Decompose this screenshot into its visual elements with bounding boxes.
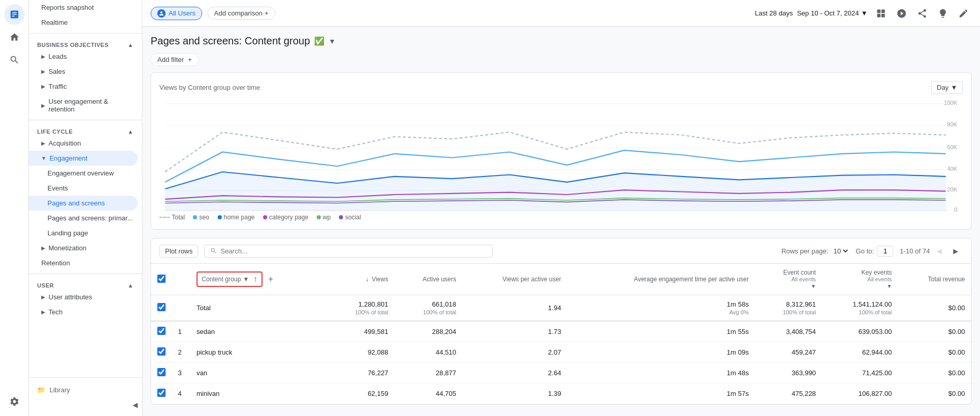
chart-area: 100K 80K 60K 40K 20K 0 <box>159 98 963 212</box>
share-icon[interactable] <box>914 5 930 22</box>
views-per-user-label: Views per active user <box>502 276 561 283</box>
total-checkbox-cell <box>151 295 172 322</box>
sidebar-item-engagement[interactable]: ▼ Engagement <box>29 151 138 166</box>
arrow-icon: ▶ <box>41 140 45 146</box>
chart-title: Views by Content group over time <box>159 84 260 91</box>
legend-total: Total <box>159 214 185 221</box>
edit-icon[interactable] <box>955 5 972 22</box>
add-column-button[interactable]: + <box>265 273 277 285</box>
topbar: All Users Add comparison + Last 28 days … <box>142 0 980 27</box>
plus-icon: + <box>188 56 192 63</box>
section-life-cycle[interactable]: Life cycle ▲ <box>29 123 142 136</box>
total-avg-engagement-cell: 1m 58s Avg 0% <box>567 295 755 322</box>
main-content: All Users Add comparison + Last 28 days … <box>142 0 980 416</box>
event-count-sub: All events <box>761 276 816 282</box>
red-arrow-indicator: ↑ <box>253 275 257 284</box>
rows-per-page-select[interactable]: 10 25 50 <box>831 247 850 255</box>
sidebar-item-user-engagement[interactable]: ▶ User engagement & retention <box>29 94 138 117</box>
row-checkbox[interactable] <box>157 347 166 356</box>
key-events-dropdown[interactable]: Key events <box>828 269 892 276</box>
table-row: 2 pickup truck 92,088 44,510 2.07 1m 09s… <box>151 342 971 363</box>
sidebar-item-acquisition[interactable]: ▶ Acquisition <box>29 136 138 151</box>
total-revenue-header[interactable]: Total revenue <box>898 264 971 295</box>
views-sort: ↓ Views <box>334 276 388 283</box>
sidebar-item-reports-snapshot[interactable]: Reports snapshot <box>29 0 138 15</box>
goto-input[interactable] <box>877 246 893 257</box>
sidebar-sub-events[interactable]: Events <box>29 181 138 196</box>
legend-social: social <box>339 214 361 221</box>
analytics-icon[interactable] <box>4 4 25 25</box>
chart-header: Views by Content group over time Day ▼ <box>159 81 963 94</box>
sidebar-label-realtime: Realtime <box>41 19 68 26</box>
user-filter-chip[interactable]: All Users <box>151 7 202 20</box>
data-table: Content group ▼ ↑ + ↓ Views <box>151 264 971 404</box>
chart-svg: 100K 80K 60K 40K 20K 0 <box>159 98 963 212</box>
svg-text:60K: 60K <box>947 144 957 150</box>
sidebar-item-monetization[interactable]: ▶ Monetization <box>29 241 138 255</box>
sidebar-item-retention[interactable]: Retention <box>29 255 138 270</box>
search-box <box>204 245 492 258</box>
collapse-sidebar-button[interactable]: ◀ <box>29 398 142 412</box>
table-row: 4 minivan 62,159 44,705 1.39 1m 57s 475,… <box>151 383 971 404</box>
period-selector[interactable]: Day ▼ <box>931 81 963 94</box>
sidebar-bottom: 📁 Library ◀ <box>29 377 142 416</box>
total-views-cell: 1,280,801 100% of total <box>328 295 395 322</box>
active-users-header[interactable]: Active users <box>395 264 463 295</box>
total-revenue-label: Total revenue <box>928 276 965 283</box>
date-range-label: Last 28 days <box>755 9 793 17</box>
sidebar-item-traffic[interactable]: ▶ Traffic <box>29 79 138 94</box>
section-user[interactable]: User ▲ <box>29 277 142 290</box>
arrow-icon: ▶ <box>41 245 45 251</box>
section-business-objectives[interactable]: Business objectives ▲ <box>29 37 142 49</box>
plot-rows-button[interactable]: Plot rows <box>159 245 198 258</box>
add-comparison-button[interactable]: Add comparison + <box>207 7 275 20</box>
sidebar-sub-pages-screens[interactable]: Pages and screens <box>29 196 138 211</box>
prev-page-button[interactable]: ◀ <box>932 244 946 258</box>
row-checkbox[interactable] <box>157 327 166 335</box>
sidebar-sub-pages-primary[interactable]: Pages and screens: primar... <box>29 211 138 226</box>
chevron-up-icon: ▲ <box>128 129 134 135</box>
period-label: Day <box>937 84 949 91</box>
views-per-user-header[interactable]: Views per active user <box>463 264 567 295</box>
arrow-icon: ▶ <box>41 294 45 300</box>
total-label-cell: Total <box>190 295 328 322</box>
table-toolbar: Plot rows Rows per page: 10 25 50 Go <box>151 238 971 264</box>
sidebar-sub-landing-page[interactable]: Landing page <box>29 226 138 241</box>
add-comparison-label: Add comparison <box>214 9 263 17</box>
event-count-header[interactable]: Event count All events ▼ <box>755 264 822 295</box>
row-checkbox[interactable] <box>157 389 166 397</box>
sidebar-item-user-attributes[interactable]: ▶ User attributes <box>29 290 138 305</box>
legend-wp: wp <box>317 214 331 221</box>
total-checkbox[interactable] <box>157 303 166 311</box>
title-dropdown-icon[interactable]: ▼ <box>329 37 336 45</box>
search-input[interactable] <box>220 247 486 255</box>
dimension-selector[interactable]: Content group ▼ ↑ <box>197 271 263 287</box>
next-page-button[interactable]: ▶ <box>949 244 963 258</box>
sidebar-item-realtime[interactable]: Realtime <box>29 15 138 30</box>
page-nav: 1-10 of 74 ◀ ▶ <box>900 244 963 258</box>
sidebar-sub-engagement-overview[interactable]: Engagement overview <box>29 166 138 181</box>
views-header[interactable]: ↓ Views <box>328 264 395 295</box>
key-events-header[interactable]: Key events All events ▼ <box>822 264 898 295</box>
table-view-icon[interactable] <box>873 5 889 22</box>
avg-engagement-header[interactable]: Average engagement time per active user <box>567 264 755 295</box>
sidebar-item-tech[interactable]: ▶ Tech <box>29 305 138 319</box>
row-checkbox[interactable] <box>157 368 166 376</box>
settings-icon[interactable] <box>4 391 25 412</box>
arrow-icon: ▶ <box>41 84 45 89</box>
total-key-events-cell: 1,541,124.00 100% of total <box>822 295 898 322</box>
sidebar: Reports snapshot Realtime Business objec… <box>29 0 142 416</box>
compare-icon[interactable] <box>893 5 910 22</box>
date-range-selector[interactable]: Last 28 days Sep 10 - Oct 7, 2024 ▼ <box>755 9 868 17</box>
chevron-down-icon: ▼ <box>243 276 249 283</box>
event-count-dropdown[interactable]: Event count <box>761 269 816 276</box>
total-event-count-cell: 8,312,961 100% of total <box>755 295 822 322</box>
search-icon[interactable] <box>4 50 25 70</box>
sidebar-item-leads[interactable]: ▶ Leads <box>29 49 138 64</box>
insights-icon[interactable] <box>935 5 951 22</box>
add-filter-button[interactable]: Add filter + <box>151 53 199 66</box>
sidebar-item-library[interactable]: 📁 Library <box>29 382 142 398</box>
home-icon[interactable] <box>4 27 25 47</box>
select-all-checkbox[interactable] <box>157 275 166 283</box>
sidebar-item-sales[interactable]: ▶ Sales <box>29 64 138 79</box>
